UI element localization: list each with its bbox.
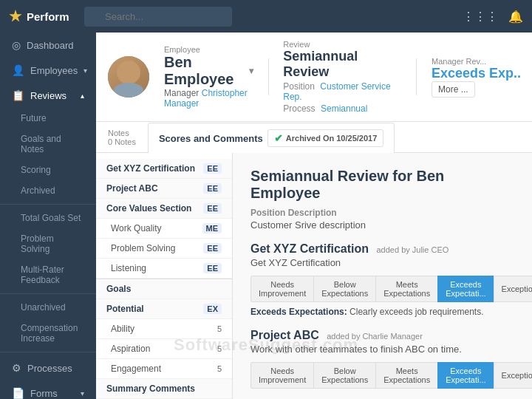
score-label-core-values: Core Values Section: [106, 203, 191, 214]
avatar-face: [108, 56, 149, 98]
notes-label: Notes: [108, 129, 129, 137]
rating-meets-expectations-abc[interactable]: Meets Expectations: [375, 362, 437, 389]
score-badge-listening: EE: [203, 263, 222, 273]
position-label: Position: [283, 81, 315, 92]
score-badge-problem-solving: EE: [203, 243, 222, 253]
nav-right: ⋮⋮⋮ 🔔: [463, 10, 523, 24]
employee-manager: Manager Christopher Manager: [164, 88, 253, 109]
manager-label: Manager: [164, 88, 199, 98]
employee-dropdown-icon[interactable]: ▾: [249, 66, 253, 76]
section-title-xyz: Get XYZ Certification added by Julie CEO: [250, 242, 514, 256]
rating-below-expectations-abc[interactable]: Below Expectations: [313, 362, 375, 389]
score-badge-xyz: EE: [203, 163, 222, 174]
score-row-listening: Listening EE: [96, 259, 232, 279]
grid-icon[interactable]: ⋮⋮⋮: [463, 10, 498, 24]
content-area: Employee Ben Employee ▾ Manager Christop…: [96, 33, 532, 399]
reviews-icon: 📋: [12, 89, 24, 101]
employee-name-text: Ben Employee: [164, 54, 245, 88]
header-divider-2: [416, 58, 417, 95]
rating-needs-improvement-abc[interactable]: Needs Improvement: [250, 362, 313, 389]
tab-bar: Notes 0 Notes Scores and Comments ✔ Arch…: [96, 122, 532, 153]
rating-exceptional-abc[interactable]: Exceptiona...: [494, 362, 532, 389]
rating-exceeds-expectations-xyz[interactable]: Exceeds Expectati...: [437, 276, 493, 302]
rating-exceeds-expectations-abc[interactable]: Exceeds Expectati...: [437, 362, 493, 389]
section-project-abc: Project ABC added by Charlie Manager Wor…: [250, 329, 514, 389]
sidebar-item-problem-solving[interactable]: Problem Solving: [0, 228, 96, 259]
rating-desc-xyz: Exceeds Expectations: Clearly exceeds jo…: [250, 307, 514, 317]
score-label-engagement: Engagement: [111, 364, 161, 374]
sidebar-divider-1: [0, 204, 96, 205]
review-section: Review Semiannual Review Position Custom…: [283, 40, 401, 114]
employee-info: Employee Ben Employee ▾ Manager Christop…: [164, 45, 253, 109]
sidebar-label-processes: Processes: [27, 363, 72, 374]
process-link[interactable]: Semiannual: [321, 103, 367, 114]
score-row-goals: Goals: [96, 279, 232, 299]
scores-tab-label: Scores and Comments: [159, 133, 263, 144]
manager-review-value: Exceeds Exp...: [432, 66, 520, 81]
score-label-xyz: Get XYZ Certification: [106, 163, 195, 174]
score-label-summary: Summary Comments: [106, 383, 195, 394]
rating-needs-improvement-xyz[interactable]: Needs Improvement: [250, 276, 313, 302]
manager-review-section: Manager Rev... Exceeds Exp... More ...: [432, 57, 520, 98]
sidebar-item-goals-notes[interactable]: Goals and Notes: [0, 129, 96, 160]
sidebar-item-future[interactable]: Future: [0, 108, 96, 129]
score-number-aspiration: 5: [217, 344, 222, 353]
sidebar-item-forms[interactable]: 📄 Forms ▾: [0, 381, 96, 399]
detail-panel: Semiannual Review for Ben Employee Posit…: [233, 153, 532, 399]
header-divider-1: [268, 58, 269, 95]
sidebar-label-dashboard: Dashboard: [27, 40, 74, 51]
score-label-potential: Potential: [106, 304, 144, 314]
logo: Perform: [9, 10, 75, 23]
rating-below-expectations-xyz[interactable]: Below Expectations: [313, 276, 375, 302]
score-row-core-values: Core Values Section EE: [96, 199, 232, 219]
score-number-engagement: 5: [217, 364, 222, 373]
score-row-project-abc: Project ABC EE: [96, 179, 232, 199]
sidebar-item-multi-rater[interactable]: Multi-Rater Feedback: [0, 259, 96, 290]
more-button[interactable]: More ...: [432, 81, 475, 98]
score-row-xyz: Get XYZ Certification EE: [96, 159, 232, 179]
sidebar-item-dashboard[interactable]: ◎ Dashboard: [0, 33, 96, 58]
sidebar-label-forms: Forms: [30, 388, 58, 399]
score-row-potential: Potential EX: [96, 299, 232, 319]
forms-arrow: ▾: [81, 389, 84, 398]
section-xyz: Get XYZ Certification added by Julie CEO…: [250, 242, 514, 317]
sidebar-item-employees[interactable]: 👤 Employees ▾: [0, 58, 96, 83]
forms-icon: 📄: [12, 387, 24, 399]
added-by-project-abc: added by Charlie Manager: [327, 332, 423, 341]
sidebar-item-reviews[interactable]: 📋 Reviews ▴: [0, 83, 96, 108]
process-label: Process: [283, 103, 315, 114]
score-label-ability: Ability: [111, 324, 134, 334]
sidebar-item-scoring[interactable]: Scoring: [0, 160, 96, 180]
section-name-project-abc: Project ABC: [250, 329, 319, 341]
position-desc-label: Position Description: [250, 208, 514, 218]
sidebar-label-reviews: Reviews: [30, 90, 66, 101]
scores-tab[interactable]: Scores and Comments ✔ Archived On 10/25/…: [148, 123, 395, 153]
rating-meets-expectations-xyz[interactable]: Meets Expectations: [375, 276, 437, 302]
section-desc-xyz: Get XYZ Certification: [250, 257, 514, 268]
rating-desc-text-xyz: Clearly exceeds job requirements.: [349, 307, 483, 317]
score-row-engagement: Engagement 5: [96, 359, 232, 379]
sidebar-item-compensation[interactable]: Compensation Increase: [0, 318, 96, 349]
added-by-xyz: added by Julie CEO: [376, 245, 449, 254]
manager-review-label: Manager Rev...: [432, 57, 520, 66]
top-nav: Perform 🔍 ⋮⋮⋮ 🔔: [0, 0, 532, 33]
score-row-ability: Ability 5: [96, 319, 232, 339]
score-row-aspiration: Aspiration 5: [96, 339, 232, 359]
section-title-project-abc: Project ABC added by Charlie Manager: [250, 329, 514, 342]
review-label: Review: [283, 40, 401, 49]
section-desc-project-abc: Work with other teammates to finish ABC …: [250, 344, 514, 355]
sidebar-item-processes[interactable]: ⚙ Processes: [0, 355, 96, 381]
bell-icon[interactable]: 🔔: [508, 10, 523, 24]
employee-label: Employee: [164, 45, 253, 54]
search-input[interactable]: [84, 7, 232, 27]
sidebar-item-archived[interactable]: Archived: [0, 180, 96, 201]
sidebar-item-unarchived[interactable]: Unarchived: [0, 297, 96, 318]
score-label-aspiration: Aspiration: [111, 344, 150, 354]
dashboard-icon: ◎: [12, 39, 21, 51]
rating-desc-label-xyz: Exceeds Expectations:: [250, 307, 347, 317]
content-header: Employee Ben Employee ▾ Manager Christop…: [96, 33, 532, 122]
section-name-xyz: Get XYZ Certification: [250, 242, 369, 255]
reviews-arrow: ▴: [81, 92, 84, 100]
rating-exceptional-xyz[interactable]: Exceptiona...: [494, 276, 532, 302]
sidebar-item-total-goals[interactable]: Total Goals Set: [0, 208, 96, 228]
